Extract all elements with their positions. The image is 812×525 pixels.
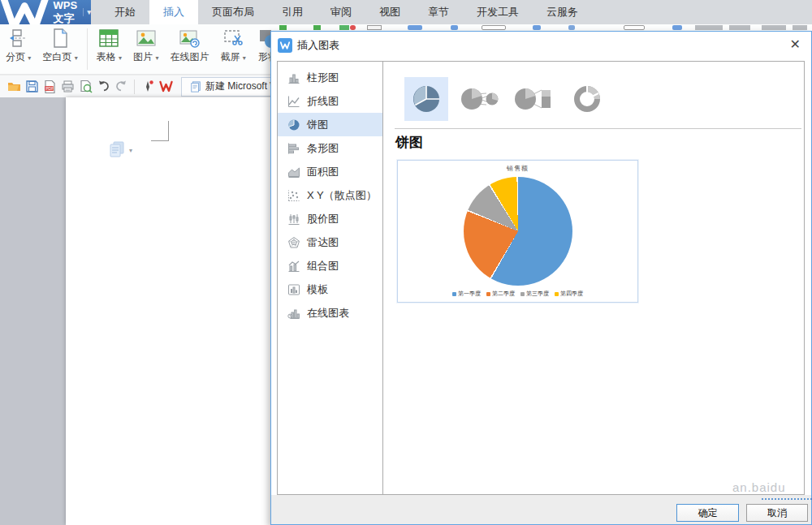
ribbon-icon-sliver bbox=[313, 25, 321, 30]
area-chart-icon bbox=[287, 166, 300, 179]
chart-title: 销售额 bbox=[398, 164, 637, 173]
menu-tab[interactable]: 页面布局 bbox=[198, 0, 268, 24]
wps-app-button[interactable]: WPS 文字 ▾ bbox=[0, 0, 91, 24]
pie-variant-doughnut[interactable] bbox=[565, 77, 609, 121]
ok-button[interactable]: 确定 bbox=[676, 504, 739, 522]
ribbon-icon-sliver bbox=[533, 25, 541, 30]
radar-chart-icon bbox=[287, 236, 300, 249]
ribbon-button[interactable]: 截屏 ▾ bbox=[214, 24, 251, 74]
pie-chart-preview[interactable]: 销售额 第一季度第二季度第三季度第四季度 bbox=[397, 160, 638, 303]
save-icon[interactable] bbox=[23, 78, 41, 96]
ribbon-group-divider bbox=[87, 28, 88, 70]
menu-tab[interactable]: 云服务 bbox=[533, 0, 592, 24]
document-icon bbox=[190, 81, 201, 93]
document-tab-label: 新建 Microsoft W bbox=[205, 80, 279, 93]
ribbon-icon-sliver bbox=[695, 25, 723, 30]
pie-variant-pie-of-pie[interactable] bbox=[458, 77, 502, 121]
wps-writer-window: WPS 文字 ▾ 开始插入页面布局引用审阅视图章节开发工具云服务 分页 ▾空白页… bbox=[0, 0, 812, 525]
ribbon-button[interactable]: 图片 ▾ bbox=[127, 24, 164, 74]
table-icon bbox=[98, 28, 119, 49]
ribbon-icon-sliver bbox=[451, 25, 458, 30]
ribbon-icon-sliver bbox=[482, 25, 506, 30]
line-chart-icon bbox=[287, 95, 300, 108]
chart-legend: 第一季度第二季度第三季度第四季度 bbox=[398, 290, 637, 298]
column-chart-icon bbox=[287, 71, 300, 84]
close-icon[interactable]: ✕ bbox=[790, 38, 801, 51]
open-folder-icon[interactable] bbox=[5, 78, 23, 96]
menu-tab[interactable]: 开始 bbox=[101, 0, 149, 24]
dropdown-caret-icon: ▾ bbox=[243, 54, 246, 62]
ribbon-icon-sliver bbox=[762, 25, 786, 30]
paste-options-caret-icon[interactable]: ▾ bbox=[129, 147, 132, 154]
menu-tab[interactable]: 引用 bbox=[268, 0, 317, 24]
print-icon[interactable] bbox=[58, 78, 76, 96]
watermark-underline bbox=[762, 498, 812, 500]
redo-icon[interactable] bbox=[112, 78, 130, 96]
pie-chart-icon bbox=[287, 118, 300, 131]
chart-picker-content: 饼图 销售额 第一季度第二季度第三季度第四季度 bbox=[383, 62, 804, 494]
chart-type-item[interactable]: 饼图 bbox=[278, 113, 382, 136]
ribbon-icon-sliver bbox=[568, 25, 575, 30]
app-button-label: WPS 文字 bbox=[53, 0, 79, 26]
ribbon-icon-sliver bbox=[793, 25, 807, 30]
menu-tab[interactable]: 开发工具 bbox=[463, 0, 533, 24]
ribbon-button[interactable]: 表格 ▾ bbox=[91, 24, 127, 74]
menu-tab[interactable]: 章节 bbox=[414, 0, 463, 24]
paste-options-icon[interactable] bbox=[110, 141, 124, 157]
chart-type-item[interactable]: 折线图 bbox=[278, 89, 382, 113]
ribbon-buttons: 分页 ▾空白页 ▾表格 ▾图片 ▾在线图片截屏 ▾形状 bbox=[0, 24, 284, 74]
stock-chart-icon bbox=[287, 213, 300, 226]
dropdown-caret-icon: ▾ bbox=[75, 54, 78, 62]
pie-variant-row bbox=[404, 77, 609, 121]
ribbon-icon-sliver bbox=[729, 25, 750, 30]
undo-icon[interactable] bbox=[94, 78, 112, 96]
chart-type-item[interactable]: 条形图 bbox=[278, 136, 382, 160]
menu-tab[interactable]: 视图 bbox=[365, 0, 414, 24]
app-button-caret-icon: ▾ bbox=[83, 8, 91, 16]
format-painter-icon[interactable] bbox=[139, 78, 157, 96]
ribbon-icon-sliver bbox=[672, 25, 682, 30]
cancel-button[interactable]: 取消 bbox=[746, 504, 808, 522]
picture-icon bbox=[136, 28, 157, 49]
dropdown-caret-icon: ▾ bbox=[155, 54, 158, 62]
chart-type-item[interactable]: 面积图 bbox=[278, 160, 382, 183]
chart-type-item[interactable]: 模板 bbox=[278, 278, 382, 301]
chart-type-label: 饼图 bbox=[307, 118, 328, 132]
dialog-title-bar[interactable]: 插入图表 bbox=[271, 32, 811, 59]
export-pdf-icon[interactable]: PDF bbox=[41, 78, 58, 96]
chart-type-item[interactable]: 股价图 bbox=[278, 207, 382, 230]
menu-tab[interactable]: 插入 bbox=[149, 0, 198, 24]
legend-item: 第三季度 bbox=[520, 290, 549, 298]
chart-type-label: 模板 bbox=[307, 282, 328, 297]
pie-variant-pie[interactable] bbox=[404, 77, 448, 121]
quickbar-divider bbox=[134, 80, 135, 94]
ribbon-icon-sliver bbox=[367, 25, 382, 30]
chart-type-label: 组合图 bbox=[307, 259, 339, 273]
section-divider bbox=[395, 128, 801, 129]
menu-tab-bar: WPS 文字 ▾ 开始插入页面布局引用审阅视图章节开发工具云服务 bbox=[0, 0, 812, 24]
ribbon-icon-sliver bbox=[339, 25, 349, 30]
wps-home-icon[interactable] bbox=[157, 78, 175, 96]
ribbon-icon-sliver bbox=[350, 25, 356, 30]
dialog-title: 插入图表 bbox=[297, 38, 339, 53]
pie-variant-bar-of-pie[interactable] bbox=[512, 77, 555, 121]
svg-text:PDF: PDF bbox=[45, 86, 54, 91]
chart-type-label: 条形图 bbox=[307, 141, 339, 156]
menu-tab[interactable]: 审阅 bbox=[317, 0, 365, 24]
document-tab[interactable]: 新建 Microsoft W bbox=[181, 77, 279, 97]
chart-type-item[interactable]: 在线图表 bbox=[278, 301, 382, 325]
chart-type-item[interactable]: X Y（散点图） bbox=[278, 183, 382, 207]
template-chart-icon bbox=[287, 283, 300, 296]
chart-type-item[interactable]: 组合图 bbox=[278, 254, 382, 278]
ribbon-button[interactable]: 空白页 ▾ bbox=[37, 24, 83, 74]
chart-type-label: 面积图 bbox=[307, 165, 339, 179]
chart-type-item[interactable]: 柱形图 bbox=[278, 66, 382, 89]
chart-type-label: 柱形图 bbox=[307, 71, 339, 85]
chart-type-label: 雷达图 bbox=[307, 235, 339, 250]
chart-type-item[interactable]: 雷达图 bbox=[278, 230, 382, 254]
dropdown-caret-icon: ▾ bbox=[119, 54, 122, 62]
ribbon-button[interactable]: 在线图片 bbox=[164, 24, 214, 74]
wps-dialog-icon bbox=[278, 38, 292, 53]
print-preview-icon[interactable] bbox=[76, 78, 94, 96]
ribbon-button[interactable]: 分页 ▾ bbox=[0, 24, 37, 74]
